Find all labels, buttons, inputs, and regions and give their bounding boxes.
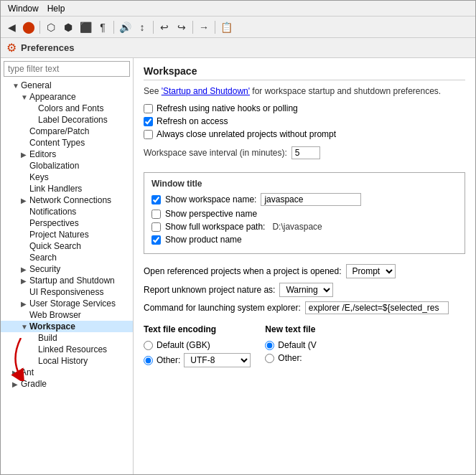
tree-item-local-history[interactable]: Local History xyxy=(1,355,133,367)
tree-item-general[interactable]: ▼ General xyxy=(1,80,133,91)
tool-btn-10[interactable]: 📋 xyxy=(218,19,234,35)
show-product-checkbox[interactable] xyxy=(151,235,161,245)
show-workspace-checkbox[interactable] xyxy=(151,195,161,204)
tool-btn-4[interactable]: ¶ xyxy=(95,19,111,35)
encoding-section: Text file encoding Default (GBK) Other: … xyxy=(144,324,465,367)
expand-arrow-ant: ▶ xyxy=(12,369,19,377)
report-unknown-row: Report unknown project nature as: Warnin… xyxy=(144,283,465,297)
tool-btn-1[interactable]: ⬡ xyxy=(43,19,59,35)
close-unrelated-checkbox[interactable] xyxy=(144,130,153,139)
menubar: Window Help xyxy=(1,1,475,17)
tree-item-label-decoration[interactable]: Label Decorations xyxy=(1,114,133,126)
tree-item-workspace[interactable]: ▼ Workspace xyxy=(1,321,133,332)
report-unknown-dropdown[interactable]: Warning Error Ignore xyxy=(279,283,333,297)
tree-item-keys[interactable]: Keys xyxy=(1,171,133,183)
tree-item-perspectives[interactable]: Perspectives xyxy=(1,217,133,229)
tree-item-web-browser[interactable]: Web Browser xyxy=(1,309,133,321)
tree-item-globalization[interactable]: Globalization xyxy=(1,160,133,171)
tree-item-gradle[interactable]: ▶ Gradle xyxy=(1,378,133,390)
save-interval-row: Workspace save interval (in minutes): xyxy=(144,146,465,159)
titlebar: ⚙ Preferences xyxy=(1,38,475,58)
expand-arrow-gradle: ▶ xyxy=(12,380,19,388)
encoding-default-radio[interactable] xyxy=(144,341,153,350)
tree-item-compare[interactable]: Compare/Patch xyxy=(1,126,133,137)
tool-btn-5[interactable]: 🔊 xyxy=(117,19,133,35)
toolbar-separator-1 xyxy=(39,21,40,34)
tool-btn-2[interactable]: ⬢ xyxy=(60,19,76,35)
expand-arrow-security: ▶ xyxy=(21,265,28,273)
native-hooks-label: Refresh using native hooks or polling xyxy=(157,103,298,113)
open-referenced-label: Open referenced projects when a project … xyxy=(144,266,342,276)
encoding-default-row: Default (GBK) xyxy=(144,340,251,350)
full-path-value: D:\javaspace xyxy=(272,222,322,232)
native-hooks-row: Refresh using native hooks or polling xyxy=(144,103,465,113)
preferences-title: Preferences xyxy=(21,42,74,53)
open-referenced-dropdown[interactable]: Prompt Always Never xyxy=(346,264,396,278)
expand-arrow-startup: ▶ xyxy=(21,277,28,285)
toolbar-separator-4 xyxy=(192,21,193,34)
tool-btn-8[interactable]: ↪ xyxy=(174,19,190,35)
expand-arrow-network: ▶ xyxy=(21,197,28,204)
menu-window[interactable]: Window xyxy=(4,2,43,15)
refresh-access-checkbox[interactable] xyxy=(144,117,153,126)
tree-item-build[interactable]: Build xyxy=(1,332,133,344)
expand-arrow-general: ▼ xyxy=(12,82,19,90)
close-unrelated-row: Always close unrelated projects without … xyxy=(144,129,465,139)
tree-item-linked-resources[interactable]: Linked Resources xyxy=(1,344,133,355)
show-product-label: Show product name xyxy=(165,235,242,245)
new-text-other-radio[interactable] xyxy=(265,354,274,363)
command-input[interactable] xyxy=(305,301,449,314)
tool-btn-3[interactable]: ⬛ xyxy=(78,19,93,35)
show-perspective-label: Show perspective name xyxy=(165,209,257,219)
show-product-row: Show product name xyxy=(151,235,457,245)
show-full-path-row: Show full workspace path: D:\javaspace xyxy=(151,222,457,232)
new-text-default-label: Default (V xyxy=(278,340,316,350)
toolbar-separator-2 xyxy=(113,21,114,34)
command-row: Command for launching system explorer: xyxy=(144,301,465,314)
show-workspace-label: Show workspace name: xyxy=(165,194,256,204)
tree-item-colors-fonts[interactable]: Colors and Fonts xyxy=(1,103,133,114)
tree-item-ui-responsiveness[interactable]: UI Responsiveness xyxy=(1,286,133,298)
filter-input[interactable] xyxy=(4,61,130,77)
tree-item-project-natures[interactable]: Project Natures xyxy=(1,229,133,240)
workspace-name-input[interactable] xyxy=(261,193,361,206)
tool-btn-9[interactable]: → xyxy=(196,19,212,35)
workspace-info: See 'Startup and Shutdown' for workspace… xyxy=(144,86,465,96)
refresh-access-row: Refresh on access xyxy=(144,116,465,126)
toolbar-separator-3 xyxy=(153,21,154,34)
tree-item-security[interactable]: ▶ Security xyxy=(1,263,133,275)
menu-help[interactable]: Help xyxy=(43,2,70,15)
tool-btn-7[interactable]: ↩ xyxy=(157,19,172,35)
tree-item-link-handlers[interactable]: Link Handlers xyxy=(1,183,133,194)
tool-btn-6[interactable]: ↕ xyxy=(134,19,150,35)
new-text-default-row: Default (V xyxy=(265,340,316,350)
save-interval-label: Workspace save interval (in minutes): xyxy=(144,148,287,158)
tree-item-network[interactable]: ▶ Network Connections xyxy=(1,194,133,206)
tree-item-editors[interactable]: ▶ Editors xyxy=(1,149,133,160)
toolbar: ◀ ⬤ ⬡ ⬢ ⬛ ¶ 🔊 ↕ ↩ ↪ → 📋 xyxy=(1,17,475,38)
new-text-other-row: Other: xyxy=(265,353,316,363)
tree-item-user-storage[interactable]: ▶ User Storage Services xyxy=(1,298,133,309)
new-text-default-radio[interactable] xyxy=(265,341,274,350)
right-panel: Workspace See 'Startup and Shutdown' for… xyxy=(134,58,475,474)
encoding-other-radio[interactable] xyxy=(144,356,153,365)
tree-item-search[interactable]: Search xyxy=(1,252,133,263)
forward-button[interactable]: ⬤ xyxy=(21,19,37,35)
close-unrelated-label: Always close unrelated projects without … xyxy=(157,129,336,139)
expand-arrow-workspace: ▼ xyxy=(21,323,28,331)
show-full-path-checkbox[interactable] xyxy=(151,222,161,232)
tree-item-notifications[interactable]: Notifications xyxy=(1,206,133,217)
tree-item-appearance[interactable]: ▼ Appearance xyxy=(1,91,133,103)
native-hooks-checkbox[interactable] xyxy=(144,104,153,113)
startup-shutdown-link[interactable]: 'Startup and Shutdown' xyxy=(162,86,250,96)
tree-item-content-types[interactable]: Content Types xyxy=(1,137,133,149)
back-button[interactable]: ◀ xyxy=(4,19,19,35)
show-full-path-label: Show full workspace path: xyxy=(165,222,265,232)
encoding-dropdown[interactable]: UTF-8 UTF-16 ISO-8859-1 GBK xyxy=(184,353,251,367)
show-perspective-checkbox[interactable] xyxy=(151,210,161,219)
tree-item-quick-search[interactable]: Quick Search xyxy=(1,240,133,252)
preferences-window: Window Help ◀ ⬤ ⬡ ⬢ ⬛ ¶ 🔊 ↕ ↩ ↪ → 📋 ⚙ Pr… xyxy=(0,0,476,475)
save-interval-input[interactable] xyxy=(291,146,320,159)
tree-item-ant[interactable]: ▶ Ant xyxy=(1,367,133,378)
tree-item-startup[interactable]: ▶ Startup and Shutdown xyxy=(1,275,133,286)
